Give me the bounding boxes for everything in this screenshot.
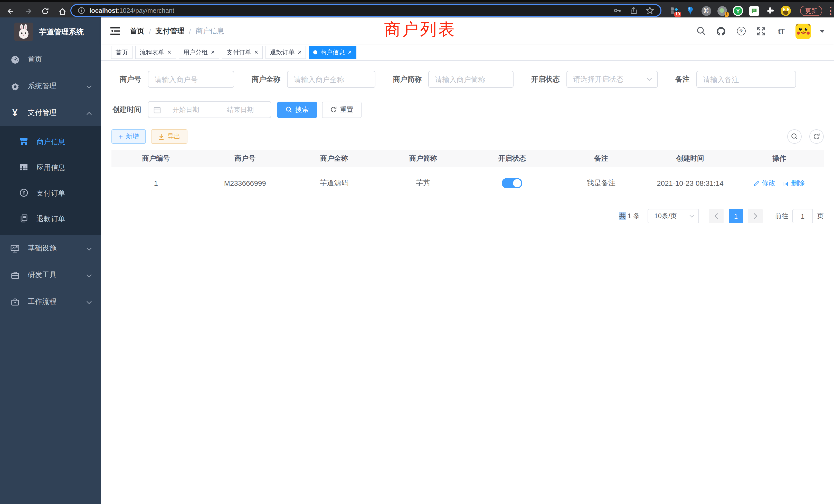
user-avatar[interactable] bbox=[795, 23, 811, 39]
close-icon[interactable]: × bbox=[348, 49, 352, 55]
github-button[interactable] bbox=[716, 25, 727, 37]
font-size-button[interactable]: tT bbox=[775, 25, 787, 37]
browser-reload-button[interactable] bbox=[40, 6, 51, 17]
sidebar-item-app-info[interactable]: 应用信息 bbox=[0, 155, 101, 181]
tab-refund-orders[interactable]: 退款订单× bbox=[265, 46, 306, 59]
bookmark-star-icon[interactable] bbox=[645, 6, 654, 15]
breadcrumb-payment[interactable]: 支付管理 bbox=[156, 26, 184, 36]
sidebar-collapse-button[interactable] bbox=[110, 26, 121, 36]
remark-input[interactable] bbox=[696, 71, 796, 88]
app-logo-row[interactable]: 芋道管理系统 bbox=[0, 18, 101, 46]
tab-pay-orders[interactable]: 支付订单× bbox=[222, 46, 263, 59]
sidebar-item-workflow[interactable]: 工作流程 bbox=[0, 289, 101, 315]
sidebar-item-infrastructure[interactable]: 基础设施 bbox=[0, 235, 101, 262]
date-range-picker[interactable]: 开始日期 - 结束日期 bbox=[148, 101, 271, 118]
tab-process-form[interactable]: 流程表单× bbox=[135, 46, 176, 59]
page-number-1[interactable]: 1 bbox=[729, 209, 743, 223]
chevron-right-icon bbox=[753, 213, 758, 219]
password-key-icon[interactable] bbox=[613, 6, 622, 15]
sidebar-item-dev-tools[interactable]: 研发工具 bbox=[0, 262, 101, 289]
question-icon: ? bbox=[737, 27, 745, 36]
sidebar-item-refund-orders[interactable]: 退款订单 bbox=[0, 206, 101, 232]
puzzle-extension-icon[interactable] bbox=[765, 6, 775, 16]
full-name-label: 商户全称 bbox=[251, 75, 280, 84]
close-icon[interactable]: × bbox=[211, 49, 215, 55]
help-button[interactable]: ? bbox=[736, 25, 747, 37]
end-date-placeholder: 结束日期 bbox=[215, 105, 265, 114]
header-search-button[interactable] bbox=[695, 25, 707, 37]
address-bar[interactable]: localhost:1024/pay/merchant bbox=[70, 4, 661, 17]
status-toggle[interactable] bbox=[502, 178, 522, 188]
prev-page-button[interactable] bbox=[709, 209, 724, 223]
goto-label: 前往 bbox=[775, 211, 788, 221]
sidebar-item-pay-orders[interactable]: 支付订单 bbox=[0, 181, 101, 206]
blocks-extension-icon[interactable]: 10 bbox=[669, 6, 679, 16]
sidebar-item-merchant-info[interactable]: 商户信息 bbox=[0, 129, 101, 155]
fullscreen-button[interactable] bbox=[755, 25, 767, 37]
short-name-label: 商户简称 bbox=[393, 75, 422, 84]
share-icon[interactable] bbox=[630, 6, 638, 15]
next-page-button[interactable] bbox=[748, 209, 763, 223]
close-icon[interactable]: × bbox=[298, 49, 302, 55]
merchant-no-label: 商户号 bbox=[111, 75, 141, 84]
edit-link[interactable]: 修改 bbox=[754, 178, 776, 188]
chat-extension-icon[interactable] bbox=[749, 6, 759, 16]
screen: localhost:1024/pay/merchant 10 ⌘ 1 bbox=[0, 0, 834, 504]
briefcase-icon bbox=[10, 297, 20, 306]
breadcrumb-home[interactable]: 首页 bbox=[130, 26, 144, 36]
total-prefix: 共 bbox=[619, 212, 626, 220]
tab-merchant-info[interactable]: 商户信息× bbox=[309, 46, 356, 59]
chevron-down-icon bbox=[86, 244, 92, 253]
chevron-left-icon bbox=[714, 213, 719, 219]
goto-page-input[interactable] bbox=[792, 209, 813, 223]
browser-menu-button[interactable] bbox=[828, 6, 833, 16]
cell-merchant-id: 1 bbox=[111, 179, 200, 187]
tab-home[interactable]: 首页 bbox=[111, 46, 132, 59]
browser-back-button[interactable] bbox=[5, 6, 17, 17]
page-size-select[interactable]: 10条/页 bbox=[648, 209, 699, 223]
tab-user-group[interactable]: 用户分组× bbox=[178, 46, 219, 59]
update-label: 更新 bbox=[805, 8, 817, 14]
add-button[interactable]: + 新增 bbox=[111, 129, 146, 144]
sidebar-item-system[interactable]: 系统管理 bbox=[0, 73, 101, 99]
reset-button[interactable]: 重置 bbox=[322, 101, 361, 118]
close-icon[interactable]: × bbox=[168, 49, 171, 55]
column-header: 备注 bbox=[557, 154, 646, 163]
circle-extension-icon[interactable]: 1 bbox=[717, 6, 727, 16]
site-info-icon[interactable] bbox=[78, 7, 85, 14]
short-name-input[interactable] bbox=[428, 71, 513, 88]
sidebar: 芋道管理系统 首页 系统管理 ¥ 支付管理 商户信息 应用信息 bbox=[0, 18, 101, 504]
column-header: 操作 bbox=[734, 154, 824, 163]
goto-page-group: 前往 页 bbox=[775, 209, 824, 223]
refresh-icon bbox=[813, 133, 820, 140]
export-button[interactable]: 导出 bbox=[151, 129, 188, 144]
refresh-table-button[interactable] bbox=[809, 129, 824, 144]
sidebar-item-label: 工作流程 bbox=[28, 297, 57, 306]
search-button[interactable]: 搜索 bbox=[277, 101, 317, 118]
extension-badge: 10 bbox=[674, 12, 681, 17]
command-extension-icon[interactable]: ⌘ bbox=[701, 6, 711, 16]
chevron-down-icon bbox=[86, 271, 92, 279]
delete-link-label: 删除 bbox=[791, 178, 805, 188]
pin-extension-icon[interactable] bbox=[685, 6, 695, 16]
emoji-avatar-icon[interactable] bbox=[781, 6, 791, 16]
sidebar-item-home[interactable]: 首页 bbox=[0, 46, 101, 73]
merchant-no-input[interactable] bbox=[148, 71, 234, 88]
close-icon[interactable]: × bbox=[254, 49, 258, 55]
chevron-down-icon bbox=[689, 214, 694, 217]
avatar-caret-icon[interactable] bbox=[820, 29, 825, 32]
tab-label: 用户分组 bbox=[183, 48, 208, 57]
green-extension-icon[interactable]: Y bbox=[733, 6, 743, 16]
browser-forward-button[interactable] bbox=[23, 6, 34, 17]
delete-link[interactable]: 删除 bbox=[783, 178, 805, 188]
full-name-input[interactable] bbox=[287, 71, 375, 88]
sidebar-item-label: 应用信息 bbox=[37, 163, 65, 173]
status-select[interactable]: 请选择开启状态 bbox=[567, 71, 658, 88]
toggle-search-button[interactable] bbox=[787, 129, 802, 144]
column-header: 商户简称 bbox=[378, 154, 467, 163]
sidebar-item-payment[interactable]: ¥ 支付管理 bbox=[0, 99, 101, 126]
search-icon bbox=[696, 26, 706, 36]
browser-update-button[interactable]: 更新 bbox=[800, 6, 822, 16]
browser-home-button[interactable] bbox=[57, 6, 68, 17]
cell-short-name: 芋艿 bbox=[378, 178, 467, 188]
